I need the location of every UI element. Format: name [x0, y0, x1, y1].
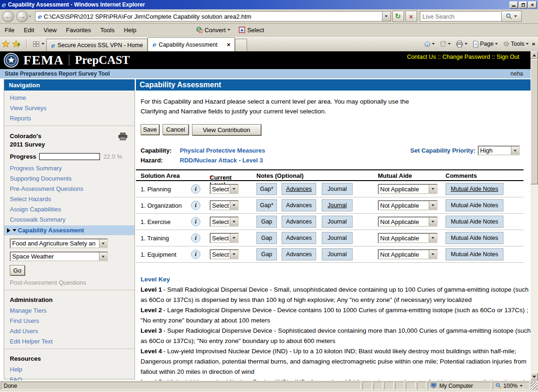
- refresh-button[interactable]: ↻: [392, 11, 404, 22]
- sidebar-item-crosswalk-summary[interactable]: Crosswalk Summary: [4, 214, 134, 224]
- print-button[interactable]: [454, 39, 469, 49]
- menu-edit[interactable]: Edit: [19, 27, 39, 34]
- info-icon[interactable]: i: [191, 217, 200, 226]
- gap-button[interactable]: Gap: [256, 232, 277, 244]
- sidebar-item-add-users[interactable]: Add Users: [4, 326, 134, 336]
- view-contribution-button[interactable]: View Contribution: [192, 124, 261, 135]
- tab-capability-assessment[interactable]: e Capability Assessment ×: [148, 37, 235, 51]
- capability-select[interactable]: Food and Agriculture Safety an: [10, 238, 108, 248]
- menu-help[interactable]: Help: [119, 27, 141, 34]
- priority-select[interactable]: High: [478, 146, 520, 155]
- sidebar-item-assign-capabilities[interactable]: Assign Capabilities: [4, 204, 134, 214]
- feeds-button[interactable]: [438, 39, 453, 49]
- resize-grip[interactable]: [531, 382, 537, 390]
- info-icon[interactable]: i: [191, 184, 200, 194]
- print-survey-icon[interactable]: [118, 132, 128, 140]
- sidebar-item-view-surveys[interactable]: View Surveys: [4, 103, 134, 113]
- home-button[interactable]: [422, 39, 437, 49]
- hazard-select[interactable]: Space Weather: [10, 252, 108, 261]
- go-button[interactable]: Go: [10, 265, 25, 275]
- tab-ssl-vpn[interactable]: e Secure Access SSL VPN - Home: [46, 39, 148, 51]
- toolbar-overflow-chevron[interactable]: »: [532, 41, 535, 47]
- mutual-aide-select[interactable]: Not Applicable: [378, 217, 438, 227]
- info-icon[interactable]: i: [191, 201, 200, 210]
- sidebar-item-manage-tiers[interactable]: Manage Tiers: [4, 305, 134, 315]
- add-favorite-icon[interactable]: [12, 40, 20, 48]
- sidebar-item-find-users[interactable]: Find Users: [4, 315, 134, 326]
- gap-button[interactable]: Gap*: [256, 199, 277, 211]
- scroll-down-button[interactable]: [531, 373, 538, 380]
- current-level-select[interactable]: Select: [210, 233, 239, 243]
- sidebar-item-help[interactable]: Help: [4, 364, 134, 374]
- close-button[interactable]: ×: [528, 1, 537, 8]
- sidebar-item-home[interactable]: Home: [4, 92, 134, 103]
- tab-list-dropdown[interactable]: [42, 43, 44, 45]
- chevron-down-icon[interactable]: [227, 29, 230, 31]
- current-level-select[interactable]: Select: [210, 249, 239, 259]
- sidebar-item-pre-assessment-questions[interactable]: Pre-Assessment Questions: [4, 183, 134, 194]
- current-level-select[interactable]: Select: [210, 184, 239, 194]
- favorites-star-icon[interactable]: [2, 40, 10, 48]
- gap-button[interactable]: Gap*: [256, 183, 277, 195]
- mutual-aide-select[interactable]: Not Applicable: [378, 249, 438, 259]
- save-button[interactable]: Save: [141, 124, 159, 135]
- sign-out-link[interactable]: Sign Out: [496, 54, 519, 60]
- mutual-aide-select[interactable]: Not Applicable: [378, 233, 438, 243]
- stop-button[interactable]: ×: [405, 11, 417, 22]
- back-button[interactable]: ←: [2, 11, 14, 22]
- cancel-button[interactable]: Cancel: [163, 124, 189, 135]
- current-level-select[interactable]: Select: [210, 200, 239, 210]
- journal-button[interactable]: Journal: [322, 216, 353, 228]
- address-field[interactable]: e C:\CAS\SPR\2012 SPR\PRA\For Jim\Comple…: [35, 11, 391, 21]
- new-tab-stub[interactable]: [235, 39, 247, 51]
- sidebar-item-progress-summary[interactable]: Progress Summary: [4, 163, 134, 173]
- gap-button[interactable]: Gap: [256, 216, 277, 228]
- mutual-aide-notes-button[interactable]: Mutual Aide Notes: [446, 248, 503, 260]
- contact-us-link[interactable]: Contact Us: [407, 54, 436, 60]
- sidebar-item-reports[interactable]: Reports: [4, 113, 134, 123]
- journal-button[interactable]: Journal: [322, 232, 353, 244]
- sidebar-item-supporting-documents[interactable]: Supporting Documents: [4, 173, 134, 183]
- tab-close-icon[interactable]: ×: [227, 41, 231, 48]
- page-button[interactable]: Page: [471, 39, 500, 49]
- advances-button[interactable]: Advances: [282, 183, 316, 195]
- mutual-aide-notes-button[interactable]: Mutual Aide Notes: [446, 199, 503, 211]
- menu-tools[interactable]: Tools: [96, 27, 119, 34]
- scroll-up-button[interactable]: [531, 51, 538, 59]
- change-password-link[interactable]: Change Password: [442, 54, 490, 60]
- mutual-aide-notes-button[interactable]: Mutual Aide Notes: [446, 232, 503, 244]
- menu-favorites[interactable]: Favorites: [61, 27, 95, 34]
- menu-file[interactable]: File: [0, 27, 19, 34]
- advances-button[interactable]: Advances: [282, 216, 316, 228]
- forward-button[interactable]: →: [16, 11, 28, 22]
- address-dropdown-button[interactable]: [382, 12, 390, 21]
- mutual-aide-select[interactable]: Not Applicable: [378, 200, 438, 210]
- minimize-button[interactable]: [510, 1, 518, 8]
- info-icon[interactable]: i: [191, 233, 200, 243]
- search-button[interactable]: [501, 11, 522, 22]
- sidebar-item-select-hazards[interactable]: Select Hazards: [4, 194, 134, 204]
- sidebar-item-edit-helper-text[interactable]: Edit Helper Text: [4, 336, 134, 346]
- current-level-select[interactable]: Select: [210, 217, 239, 227]
- gap-button[interactable]: Gap: [256, 248, 277, 260]
- advances-button[interactable]: Advances: [282, 232, 316, 244]
- zoom-control[interactable]: 100%: [493, 382, 530, 390]
- journal-button[interactable]: Journal: [322, 199, 353, 211]
- mutual-aide-notes-button[interactable]: Mutual Aide Notes: [446, 183, 503, 195]
- tools-button[interactable]: Tools: [501, 39, 531, 49]
- search-input[interactable]: [420, 12, 505, 21]
- restore-button[interactable]: [519, 1, 527, 8]
- journal-button[interactable]: Journal: [322, 248, 353, 260]
- quick-tabs-icon[interactable]: [33, 42, 39, 47]
- info-icon[interactable]: i: [191, 250, 200, 259]
- menu-view[interactable]: View: [39, 27, 61, 34]
- scrollbar-thumb[interactable]: [531, 59, 538, 184]
- advances-button[interactable]: Advances: [282, 199, 316, 211]
- journal-button[interactable]: Journal: [322, 183, 353, 195]
- convert-button[interactable]: Convert: [205, 27, 226, 34]
- mutual-aide-notes-button[interactable]: Mutual Aide Notes: [446, 216, 503, 228]
- advances-button[interactable]: Advances: [282, 248, 316, 260]
- history-dropdown[interactable]: ▾: [29, 14, 31, 19]
- sidebar-item-capability-assessment[interactable]: Capability Assessment: [4, 225, 134, 235]
- select-button[interactable]: Select: [247, 27, 264, 34]
